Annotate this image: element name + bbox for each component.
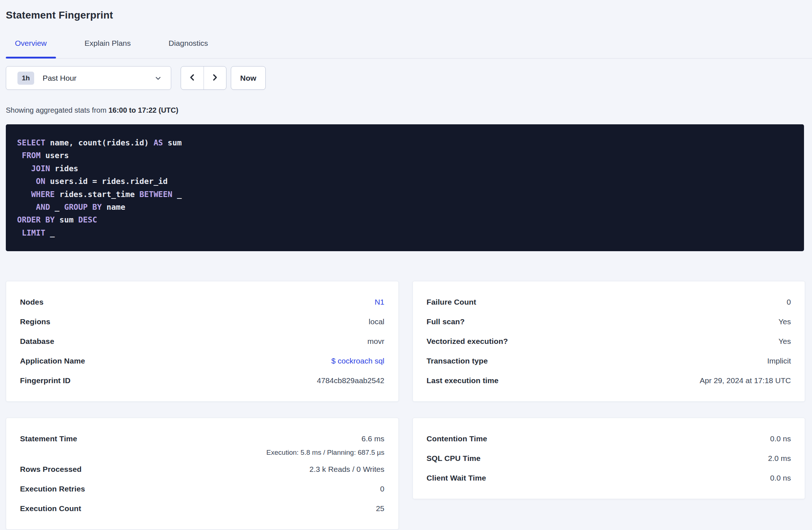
stat-row-sql-cpu-time: SQL CPU Time 2.0 ms [427, 449, 791, 468]
stat-value: Implicit [767, 357, 791, 365]
stat-row-regions: Regions local [20, 312, 385, 332]
stat-value: Yes [779, 317, 791, 326]
stat-value: Yes [779, 337, 791, 346]
statement-time-breakdown: Execution: 5.8 ms / Planning: 687.5 µs [20, 449, 385, 459]
stat-row-statement-time: Statement Time 6.6 ms [20, 429, 385, 449]
stat-label: Failure Count [427, 298, 477, 306]
stat-row-application-name: Application Name $ cockroach sql [20, 351, 385, 371]
stat-label: Database [20, 337, 54, 346]
stat-row-transaction-type: Transaction type Implicit [427, 351, 791, 371]
stat-label: SQL CPU Time [427, 454, 481, 463]
tab-explain-plans-label: Explain Plans [85, 39, 131, 47]
page-title: Statement Fingerprint [6, 9, 812, 22]
stat-row-rows-processed: Rows Processed 2.3 k Reads / 0 Writes [20, 459, 385, 479]
stat-value: 25 [376, 504, 384, 513]
stat-value: 6.6 ms [361, 434, 384, 443]
sql-line: ORDER BY sum DESC [17, 213, 797, 226]
details-cards-row: Nodes N1 Regions local Database movr App… [6, 281, 805, 402]
time-controls: 1h Past Hour Now [6, 66, 812, 90]
stat-row-fingerprint-id: Fingerprint ID 4784cb829aab2542 [20, 371, 385, 390]
stat-label: Last execution time [427, 376, 499, 385]
stat-label: Transaction type [427, 357, 488, 365]
stat-row-full-scan: Full scan? Yes [427, 312, 791, 332]
stat-label: Full scan? [427, 317, 465, 326]
sql-statement-box: SELECT name, count(rides.id) AS sum FROM… [6, 124, 804, 251]
sql-line: FROM users [17, 149, 797, 162]
stats-summary-range: 16:00 to 17:22 (UTC) [108, 106, 178, 114]
stat-value: 2.3 k Reads / 0 Writes [309, 465, 384, 474]
tab-explain-plans[interactable]: Explain Plans [76, 38, 140, 58]
nodes-link[interactable]: N1 [375, 298, 385, 306]
stat-label: Regions [20, 317, 51, 326]
sql-line: LIMIT _ [17, 226, 797, 239]
stat-value: 0.0 ns [770, 434, 791, 443]
stat-row-client-wait-time: Client Wait Time 0.0 ns [427, 468, 791, 488]
time-interval-nav [181, 66, 226, 90]
statement-timing-card: Statement Time 6.6 ms Execution: 5.8 ms … [6, 418, 399, 530]
execution-attributes-card: Failure Count 0 Full scan? Yes Vectorize… [413, 281, 805, 402]
stats-summary-prefix: Showing aggregated stats from [6, 106, 108, 114]
sql-line: SELECT name, count(rides.id) AS sum [17, 136, 797, 149]
stat-value: 0 [380, 485, 385, 493]
sql-line: WHERE rides.start_time BETWEEN _ [17, 188, 797, 201]
stat-row-database: Database movr [20, 332, 385, 351]
time-range-dropdown[interactable]: 1h Past Hour [6, 66, 171, 90]
stat-row-contention-time: Contention Time 0.0 ns [427, 429, 791, 449]
stat-row-vectorized-execution: Vectorized execution? Yes [427, 332, 791, 351]
wait-time-card: Contention Time 0.0 ns SQL CPU Time 2.0 … [413, 418, 805, 499]
stat-label: Application Name [20, 357, 85, 365]
stat-label: Execution Retries [20, 485, 85, 493]
stat-row-failure-count: Failure Count 0 [427, 292, 791, 312]
next-interval-button[interactable] [204, 67, 226, 89]
sql-line: JOIN rides [17, 162, 797, 175]
statement-fingerprint-page: Statement Fingerprint Overview Explain P… [0, 0, 812, 530]
stat-row-nodes: Nodes N1 [20, 292, 385, 312]
stat-value: 0 [787, 298, 791, 306]
tab-diagnostics-label: Diagnostics [169, 39, 208, 47]
chevron-down-icon [154, 74, 162, 82]
stat-value: 4784cb829aab2542 [317, 376, 385, 385]
application-name-link[interactable]: $ cockroach sql [331, 357, 385, 365]
stat-value: 0.0 ns [770, 474, 791, 482]
stat-value: 2.0 ms [768, 454, 791, 463]
tab-bar: Overview Explain Plans Diagnostics [6, 38, 812, 59]
chevron-right-icon [210, 73, 219, 83]
stat-label: Client Wait Time [427, 474, 486, 482]
stat-value: Apr 29, 2024 at 17:18 UTC [700, 376, 791, 385]
stat-row-last-execution-time: Last execution time Apr 29, 2024 at 17:1… [427, 371, 791, 390]
stat-label: Contention Time [427, 434, 487, 443]
stat-label: Fingerprint ID [20, 376, 71, 385]
stat-row-execution-count: Execution Count 25 [20, 499, 385, 518]
stat-label: Nodes [20, 298, 44, 306]
previous-interval-button[interactable] [181, 67, 204, 89]
tab-overview-label: Overview [15, 39, 47, 47]
stat-label: Rows Processed [20, 465, 81, 474]
time-interval-badge: 1h [17, 72, 34, 85]
sql-line: AND _ GROUP BY name [17, 201, 797, 213]
tab-overview[interactable]: Overview [6, 38, 56, 58]
stat-value: movr [367, 337, 385, 346]
stat-label: Statement Time [20, 434, 77, 443]
stat-row-execution-retries: Execution Retries 0 [20, 479, 385, 499]
tab-diagnostics[interactable]: Diagnostics [160, 38, 217, 58]
stat-label: Vectorized execution? [427, 337, 508, 346]
aggregated-stats-summary: Showing aggregated stats from 16:00 to 1… [6, 105, 812, 115]
now-button[interactable]: Now [231, 66, 266, 90]
stat-label: Execution Count [20, 504, 81, 513]
statement-details-card: Nodes N1 Regions local Database movr App… [6, 281, 399, 402]
chevron-left-icon [188, 73, 197, 83]
sql-line: ON users.id = rides.rider_id [17, 175, 797, 188]
timing-cards-row: Statement Time 6.6 ms Execution: 5.8 ms … [6, 418, 805, 530]
stat-value: local [369, 317, 384, 326]
time-range-label: Past Hour [43, 74, 76, 83]
